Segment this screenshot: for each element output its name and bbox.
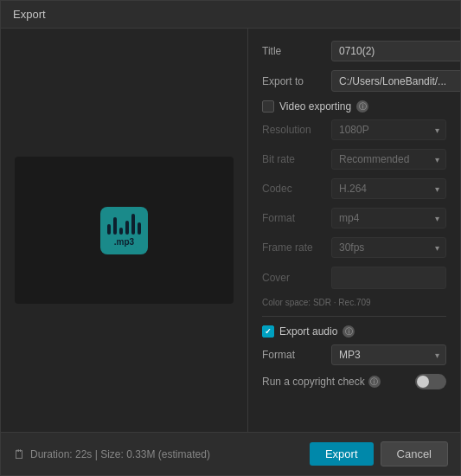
title-input[interactable] xyxy=(331,41,460,61)
export-to-label: Export to xyxy=(262,75,331,87)
resolution-select-wrapper: 1080P xyxy=(331,119,446,140)
video-format-select[interactable]: mp4 xyxy=(331,208,446,228)
cover-input xyxy=(331,267,446,289)
audio-section-header: Export audio ⓘ xyxy=(262,325,446,338)
video-info-icon[interactable]: ⓘ xyxy=(356,100,368,113)
copyright-text: Run a copyright check xyxy=(262,376,365,388)
video-export-label: Video exporting xyxy=(279,100,351,113)
bitrate-select[interactable]: Recommended xyxy=(331,149,446,170)
framerate-select-wrapper: 30fps xyxy=(331,237,446,258)
resolution-row: Resolution 1080P xyxy=(262,119,446,140)
footer: 🗒 Duration: 22s | Size: 0.33M (estimated… xyxy=(1,432,460,475)
mp3-bar-6 xyxy=(138,222,141,235)
mp3-bar-2 xyxy=(113,217,117,235)
codec-label: Codec xyxy=(262,183,331,195)
right-panel: Title Export to 📁 Video exporting ⓘ xyxy=(247,29,460,432)
cancel-button[interactable]: Cancel xyxy=(381,441,448,466)
audio-format-label: Format xyxy=(262,349,331,361)
divider xyxy=(262,316,446,317)
export-to-field: 📁 xyxy=(331,70,460,92)
mp3-bar-1 xyxy=(107,224,111,235)
audio-format-select[interactable]: MP3 AAC WAV FLAC xyxy=(331,344,446,365)
export-window: Export .mp3 xyxy=(0,0,461,476)
framerate-select[interactable]: 30fps xyxy=(331,237,446,258)
audio-info-icon[interactable]: ⓘ xyxy=(343,325,355,338)
main-content: .mp3 Title Export to 📁 xyxy=(1,29,460,432)
copyright-row: Run a copyright check ⓘ xyxy=(262,374,446,389)
color-space-note: Color space: SDR · Rec.709 xyxy=(262,298,446,307)
video-format-row: Format mp4 xyxy=(262,208,446,228)
left-panel: .mp3 xyxy=(1,29,247,432)
mp3-bar-3 xyxy=(119,228,123,235)
toggle-knob xyxy=(417,376,429,388)
export-path-input[interactable] xyxy=(331,70,460,92)
toggle-track xyxy=(415,374,446,389)
bitrate-row: Bit rate Recommended xyxy=(262,149,446,170)
mp3-icon: .mp3 xyxy=(100,207,148,254)
mp3-label: .mp3 xyxy=(112,236,137,248)
audio-format-select-wrapper: MP3 AAC WAV FLAC xyxy=(331,344,446,365)
audio-export-label: Export audio xyxy=(279,325,337,338)
bitrate-label: Bit rate xyxy=(262,153,331,165)
export-button[interactable]: Export xyxy=(310,442,374,466)
mp3-bars xyxy=(107,214,141,235)
copyright-info-icon[interactable]: ⓘ xyxy=(368,376,381,388)
video-section-header: Video exporting ⓘ xyxy=(262,100,446,113)
footer-duration-size: Duration: 22s | Size: 0.33M (estimated) xyxy=(30,448,210,460)
title-bar: Export xyxy=(1,1,460,29)
resolution-label: Resolution xyxy=(262,124,331,136)
copyright-label: Run a copyright check ⓘ xyxy=(262,376,381,388)
bitrate-select-wrapper: Recommended xyxy=(331,149,446,170)
audio-export-checkbox[interactable] xyxy=(262,325,274,338)
codec-select[interactable]: H.264 xyxy=(331,178,446,199)
video-format-select-wrapper: mp4 xyxy=(331,208,446,228)
video-format-label: Format xyxy=(262,212,331,224)
copyright-toggle[interactable] xyxy=(415,374,446,389)
video-export-checkbox[interactable] xyxy=(262,100,274,113)
codec-select-wrapper: H.264 xyxy=(331,178,446,199)
title-row: Title xyxy=(262,41,446,61)
mp3-bar-5 xyxy=(131,214,135,235)
export-to-row: Export to 📁 xyxy=(262,70,446,92)
cover-label: Cover xyxy=(262,272,331,284)
framerate-row: Frame rate 30fps xyxy=(262,237,446,258)
title-label: Title xyxy=(262,45,331,57)
file-icon: 🗒 xyxy=(13,447,25,461)
framerate-label: Frame rate xyxy=(262,241,331,254)
mp3-icon-graphic: .mp3 xyxy=(100,207,148,254)
codec-row: Codec H.264 xyxy=(262,178,446,199)
window-title: Export xyxy=(13,8,46,21)
mp3-bar-4 xyxy=(125,221,129,235)
preview-box: .mp3 xyxy=(15,157,234,304)
footer-info: 🗒 Duration: 22s | Size: 0.33M (estimated… xyxy=(13,447,303,461)
audio-format-row: Format MP3 AAC WAV FLAC xyxy=(262,344,446,365)
cover-row: Cover xyxy=(262,267,446,289)
resolution-select[interactable]: 1080P xyxy=(331,119,446,140)
